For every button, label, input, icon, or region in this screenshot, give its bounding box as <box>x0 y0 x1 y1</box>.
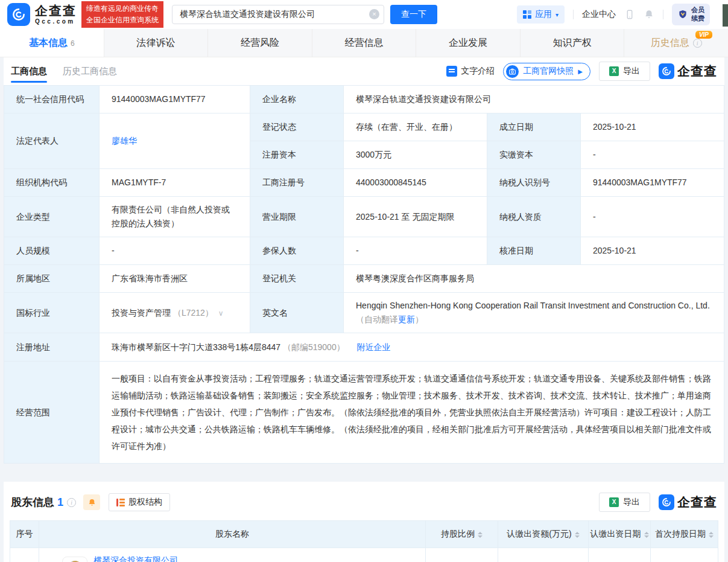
field-label: 登记状态 <box>250 113 344 141</box>
enterprise-center-link[interactable]: 企业中心 <box>582 9 616 20</box>
field-label: 企业名称 <box>250 86 344 113</box>
vip-renew-label: 会员 续费 <box>691 6 704 23</box>
field-value: 横琴深合轨道交通投资建设有限公司 <box>344 86 724 113</box>
subtab-row: 工商信息 历史工商信息 文字介绍 工商官网快照 ▶ <box>4 57 724 85</box>
table-header-row: 序号 股东名称 持股比例 认缴出资额(万元) 认缴出资日期 首次持股日期 <box>10 521 718 548</box>
field-value: 投资与资产管理 （L7212） ∨ <box>100 293 250 333</box>
clear-search-icon[interactable]: × <box>369 9 379 19</box>
shareholders-header: 股东信息 1 i 股权结构 X 导出 <box>10 490 718 520</box>
field-label: 国标行业 <box>4 293 100 333</box>
tab-basic-info[interactable]: 基本信息6 <box>0 29 104 57</box>
shareholders-title: 股东信息 <box>11 495 54 509</box>
tab-operation-risk[interactable]: 经营风险 <box>208 29 312 57</box>
excel-icon: X <box>609 497 619 507</box>
field-label: 企业类型 <box>4 197 100 237</box>
qcc-logo[interactable]: 企查查 Qcc.com <box>7 3 77 26</box>
field-value: - <box>581 141 724 169</box>
mobile-app-icon[interactable] <box>624 9 635 20</box>
notification-bell-icon[interactable] <box>644 9 654 20</box>
search-button[interactable]: 查一下 <box>390 5 437 24</box>
col-date[interactable]: 认缴出资日期 <box>589 521 651 548</box>
nearby-companies-link[interactable]: 附近企业 <box>357 342 391 352</box>
sort-icon[interactable] <box>575 532 580 538</box>
official-snapshot-button[interactable]: 工商官网快照 ▶ <box>503 63 590 80</box>
table-row: 1 + 横琴深合投资有限公司 县(区)属国企 100% 3000 - 2025-… <box>10 548 718 562</box>
col-index: 序号 <box>10 521 39 548</box>
sort-icon[interactable] <box>478 532 483 538</box>
field-value: - <box>344 237 487 265</box>
shareholder-name-link[interactable]: 横琴深合投资有限公司 <box>93 555 178 562</box>
field-label: 登记机关 <box>250 265 344 293</box>
vip-renew-button[interactable]: 会员 续费 <box>672 4 710 25</box>
export-button[interactable]: X 导出 <box>599 62 650 81</box>
apps-label: 应用 <box>535 9 552 20</box>
tab-count: 6 <box>71 39 75 48</box>
slogan-banner: 缔造有远见的商业传奇 全国企业信用查询系统 <box>81 1 163 27</box>
apps-grid-icon <box>523 10 531 19</box>
shareholders-count: 1 <box>57 496 63 509</box>
field-label: 注册地址 <box>4 333 100 362</box>
first-date-value: 2025-10-21 <box>651 548 718 562</box>
tab-intellectual-property[interactable]: 知识产权 <box>521 29 625 57</box>
qcc-logo-text: 企查查 Qcc.com <box>35 4 77 25</box>
tab-legal-litigation[interactable]: 法律诉讼 <box>104 29 209 57</box>
field-label: 注册资本 <box>250 141 344 169</box>
row-index: 1 <box>10 548 39 562</box>
top-header: 企查查 Qcc.com 缔造有远见的商业传奇 全国企业信用查询系统 × 查一下 … <box>0 0 728 29</box>
tab-enterprise-development[interactable]: 企业发展 <box>416 29 521 57</box>
qcc-watermark-logo: 企查查 <box>659 63 717 80</box>
col-amount[interactable]: 认缴出资额(万元) <box>498 521 589 548</box>
sort-icon[interactable] <box>644 532 649 538</box>
caret-down-icon: ▾ <box>555 11 559 18</box>
field-label: 纳税人资质 <box>487 197 581 237</box>
divider <box>573 10 574 19</box>
col-ratio[interactable]: 持股比例 <box>426 521 498 548</box>
info-circle-icon[interactable]: i <box>67 498 76 507</box>
field-value: 有限责任公司（非自然人投资或控股的法人独资） <box>100 197 250 237</box>
col-first-date[interactable]: 首次持股日期 <box>651 521 718 548</box>
business-info-card: 工商信息 历史工商信息 文字介绍 工商官网快照 ▶ <box>4 57 724 464</box>
vip-shield-icon <box>677 9 688 20</box>
excel-icon: X <box>609 66 619 76</box>
translate-update-link[interactable]: 更新 <box>398 315 415 324</box>
main-tab-bar: 基本信息6 法律诉讼 经营风险 经营信息 企业发展 知识产权 VIP 历史信息 … <box>0 29 728 57</box>
tab-history-info[interactable]: VIP 历史信息 i <box>624 29 728 57</box>
col-shareholder-name: 股东名称 <box>39 521 426 548</box>
date-value: - <box>589 548 651 562</box>
logo-title: 企查查 <box>35 4 77 17</box>
field-label: 成立日期 <box>487 113 581 141</box>
amount-value: 3000 <box>498 548 589 562</box>
sort-icon[interactable] <box>709 532 714 538</box>
field-value: 2025-10-21 至 无固定期限 <box>344 197 487 237</box>
tab-operation-info[interactable]: 经营信息 <box>312 29 417 57</box>
field-value: 广东省珠海市香洲区 <box>100 265 250 293</box>
field-label: 参保人数 <box>250 237 344 265</box>
monitor-bell-button[interactable] <box>83 494 100 510</box>
text-intro-button[interactable]: 文字介绍 <box>446 66 495 77</box>
subtab-business-info[interactable]: 工商信息 <box>11 57 47 85</box>
snapshot-camera-icon <box>506 65 519 78</box>
chevron-down-icon[interactable]: ∨ <box>218 309 224 318</box>
subtab-history-business-info[interactable]: 历史工商信息 <box>63 57 117 85</box>
equity-structure-button[interactable]: 股权结构 <box>109 493 170 511</box>
legal-rep-link[interactable]: 廖雄华 <box>112 136 137 145</box>
field-label: 组织机构代码 <box>4 169 100 197</box>
shareholders-table: 序号 股东名称 持股比例 认缴出资额(万元) 认缴出资日期 首次持股日期 1 +… <box>10 520 718 562</box>
info-circle-icon[interactable]: i <box>693 39 702 48</box>
field-value: 91440003MAG1MYTF77 <box>100 86 250 113</box>
section-gap <box>4 464 724 482</box>
logo-domain: Qcc.com <box>35 19 77 25</box>
shareholder-name-cell: + 横琴深合投资有限公司 县(区)属国企 <box>39 555 425 562</box>
qcc-logo-icon <box>7 3 30 26</box>
field-value: 2025-10-21 <box>581 237 724 265</box>
apps-menu[interactable]: 应用 ▾ <box>517 5 565 24</box>
floating-widget-edge[interactable] <box>723 4 728 27</box>
play-arrow-icon: ▶ <box>578 68 583 75</box>
search-input[interactable] <box>172 5 384 24</box>
shareholder-logo[interactable] <box>62 557 87 562</box>
field-label: 核准日期 <box>487 237 581 265</box>
field-value: 廖雄华 <box>100 113 250 169</box>
field-label: 人员规模 <box>4 237 100 265</box>
export-button[interactable]: X 导出 <box>599 493 650 512</box>
document-icon <box>446 66 457 77</box>
